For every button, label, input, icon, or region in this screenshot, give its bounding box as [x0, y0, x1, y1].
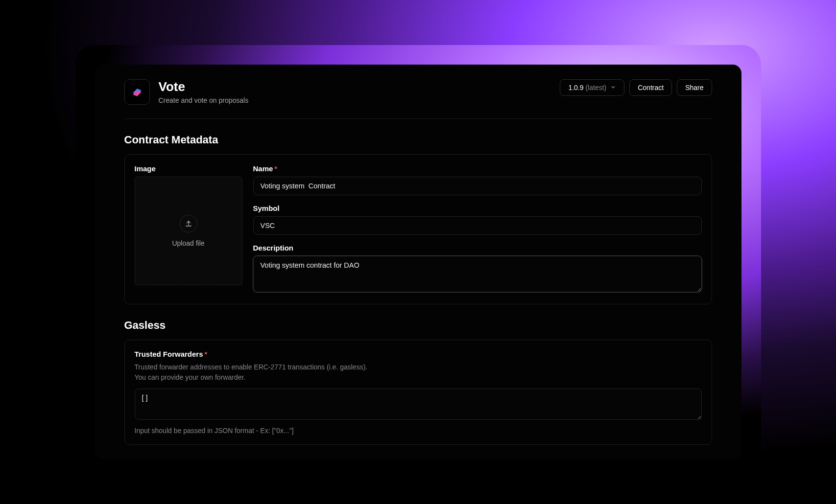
chevron-down-icon — [610, 84, 616, 92]
main-panel: Vote Create and vote on proposals 1.0.9 … — [95, 65, 741, 459]
forwarders-label: Trusted Forwarders* — [135, 350, 702, 358]
contract-button[interactable]: Contract — [629, 79, 672, 96]
version-dropdown[interactable]: 1.0.9 (latest) — [560, 79, 624, 96]
name-input[interactable] — [253, 177, 702, 195]
name-label: Name* — [253, 164, 702, 173]
page-subtitle: Create and vote on proposals — [159, 96, 249, 104]
upload-icon — [180, 215, 197, 232]
forwarders-help: Trusted forwarder addresses to enable ER… — [135, 362, 702, 383]
metadata-section-title: Contract Metadata — [124, 134, 712, 146]
image-label: Image — [135, 164, 242, 173]
page-title: Vote — [159, 79, 249, 94]
forwarders-hint: Input should be passed in JSON format - … — [135, 427, 702, 435]
gasless-section-title: Gasless — [124, 319, 712, 332]
upload-file-label: Upload file — [172, 239, 204, 247]
symbol-input[interactable] — [253, 216, 702, 235]
gasless-card: Trusted Forwarders* Trusted forwarder ad… — [124, 340, 712, 445]
forwarders-textarea[interactable] — [135, 389, 702, 420]
app-logo — [124, 79, 150, 105]
symbol-label: Symbol — [253, 204, 702, 212]
image-upload-dropzone[interactable]: Upload file — [135, 177, 242, 285]
metadata-card: Image Upload file — [124, 154, 712, 304]
logo-icon — [130, 85, 144, 99]
description-label: Description — [253, 244, 702, 252]
share-button[interactable]: Share — [677, 79, 712, 96]
description-textarea[interactable] — [253, 256, 702, 292]
header: Vote Create and vote on proposals 1.0.9 … — [124, 79, 712, 119]
